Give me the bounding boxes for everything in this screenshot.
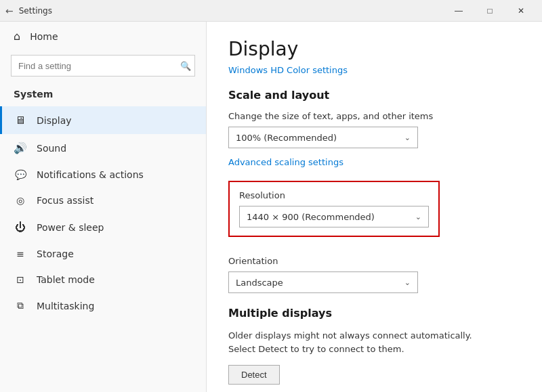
main-content: ⌂ Home 🔍 System 🖥 Display 🔊 Sound 💬 Noti… [0,22,542,392]
orientation-dropdown-value: Landscape [236,278,283,288]
sidebar-item-label-multitasking: Multitasking [37,301,94,311]
resolution-dropdown-value: 1440 × 900 (Recommended) [247,212,375,222]
notifications-icon: 💬 [14,169,27,180]
power-icon: ⏻ [14,221,27,234]
sidebar-item-tablet[interactable]: ⊡ Tablet mode [0,267,206,292]
sidebar-item-label-power: Power & sleep [37,222,104,233]
search-icon[interactable]: 🔍 [180,61,191,71]
sidebar-item-sound[interactable]: 🔊 Sound [0,134,206,162]
sidebar-item-power[interactable]: ⏻ Power & sleep [0,213,206,241]
scale-dropdown[interactable]: 100% (Recommended) ⌄ [228,127,418,148]
home-icon: ⌂ [14,30,20,43]
search-input[interactable] [11,55,195,77]
sidebar: ⌂ Home 🔍 System 🖥 Display 🔊 Sound 💬 Noti… [0,22,207,392]
sidebar-item-label-sound: Sound [37,143,66,154]
sidebar-item-label-display: Display [37,115,72,126]
maximize-button[interactable]: □ [474,0,505,22]
multitasking-icon: ⧉ [14,300,27,311]
scale-section-title: Scale and layout [228,89,520,102]
resolution-dropdown-arrow: ⌄ [415,213,421,221]
orientation-section: Orientation Landscape ⌄ [228,256,520,293]
focus-icon: ◎ [14,195,27,206]
sidebar-item-label-storage: Storage [37,248,74,259]
multiple-displays-title: Multiple displays [228,307,520,320]
sidebar-home-item[interactable]: ⌂ Home [0,22,206,51]
page-title: Display [228,38,520,60]
title-bar-title: Settings [19,6,52,16]
search-box: 🔍 [11,55,195,77]
back-button[interactable]: ← [5,5,14,16]
sound-icon: 🔊 [14,141,27,154]
home-label: Home [30,31,58,42]
resolution-label: Resolution [239,190,429,200]
sidebar-item-label-notifications: Notifications & actions [37,169,144,180]
sidebar-item-label-focus: Focus assist [37,195,93,206]
sidebar-item-storage[interactable]: ≡ Storage [0,241,206,267]
advanced-scaling-link[interactable]: Advanced scaling settings [228,157,343,167]
detect-button[interactable]: Detect [228,365,280,385]
tablet-icon: ⊡ [14,274,27,285]
sidebar-item-multitasking[interactable]: ⧉ Multitasking [0,292,206,319]
display-icon: 🖥 [14,114,27,127]
orientation-label: Orientation [228,256,520,266]
multiple-displays-desc: Older displays might not always connect … [228,329,499,355]
scale-label: Change the size of text, apps, and other… [228,111,520,121]
orientation-dropdown[interactable]: Landscape ⌄ [228,271,418,293]
title-bar-left: ← Settings [5,5,443,16]
minimize-button[interactable]: — [443,0,474,22]
scale-dropdown-arrow: ⌄ [404,133,411,142]
resolution-box: Resolution 1440 × 900 (Recommended) ⌄ [228,181,440,237]
storage-icon: ≡ [14,248,27,259]
title-bar: ← Settings — □ ✕ [0,0,542,22]
content-area: Display Windows HD Color settings Scale … [207,22,542,392]
sidebar-item-focus[interactable]: ◎ Focus assist [0,188,206,213]
scale-dropdown-value: 100% (Recommended) [236,133,337,143]
title-bar-controls: — □ ✕ [443,0,537,22]
sidebar-item-notifications[interactable]: 💬 Notifications & actions [0,162,206,188]
orientation-dropdown-arrow: ⌄ [404,278,411,287]
sidebar-section-title: System [0,85,206,106]
close-button[interactable]: ✕ [505,0,537,22]
resolution-dropdown[interactable]: 1440 × 900 (Recommended) ⌄ [239,206,429,227]
sidebar-item-label-tablet: Tablet mode [37,274,95,285]
top-link[interactable]: Windows HD Color settings [228,65,348,75]
sidebar-item-display[interactable]: 🖥 Display [0,106,206,134]
